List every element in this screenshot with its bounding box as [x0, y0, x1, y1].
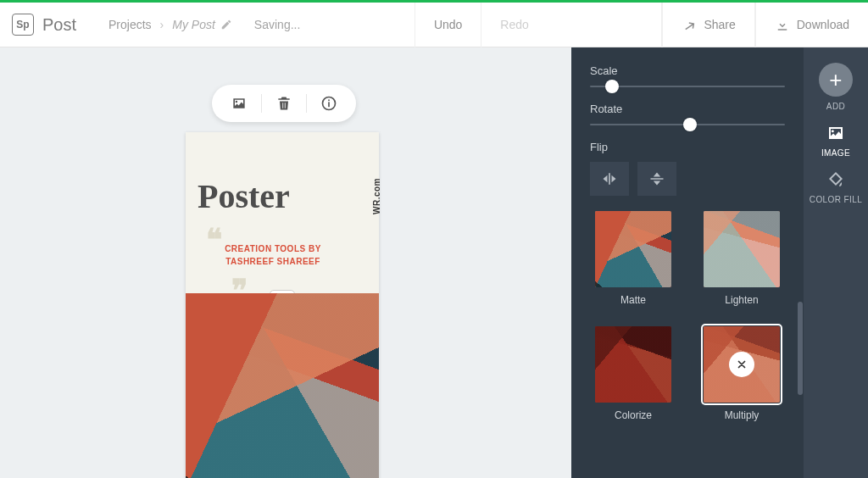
- breadcrumb: Projects › My Post: [88, 18, 232, 31]
- filter-thumb: [595, 211, 671, 287]
- download-label: Download: [797, 18, 849, 31]
- poster-image[interactable]: [186, 293, 379, 478]
- undo-button[interactable]: Undo: [415, 3, 481, 47]
- add-label: ADD: [826, 102, 845, 111]
- trash-icon: [275, 95, 292, 112]
- image-icon: [826, 123, 846, 143]
- poster-side-text[interactable]: WR.com: [372, 178, 381, 214]
- filter-grid: Matte Lighten Colorize Multiply: [590, 211, 785, 421]
- properties-panel: Scale Rotate Flip: [571, 47, 804, 478]
- brand-logo: Sp: [12, 14, 34, 36]
- info-icon: [320, 95, 337, 112]
- poster-title[interactable]: Poster: [198, 176, 290, 216]
- filter-label: Multiply: [698, 409, 785, 421]
- svg-rect-2: [328, 99, 330, 101]
- download-button[interactable]: Download: [755, 3, 868, 47]
- share-button[interactable]: Share: [662, 3, 754, 47]
- filter-thumb: [704, 211, 780, 287]
- filter-thumb: [595, 326, 671, 403]
- rotate-slider[interactable]: [590, 124, 785, 125]
- flip-label: Flip: [590, 141, 785, 153]
- scale-slider[interactable]: [590, 86, 785, 87]
- workarea: Poster WR.com ❝ CREATION TOOLS BY TASHRE…: [0, 47, 868, 478]
- svg-rect-1: [328, 102, 330, 107]
- add-button[interactable]: + ADD: [804, 63, 868, 111]
- rotate-label: Rotate: [590, 103, 785, 115]
- flip-horizontal-button[interactable]: [590, 162, 629, 196]
- filter-multiply[interactable]: Multiply: [698, 326, 785, 421]
- filter-colorize[interactable]: Colorize: [590, 326, 676, 421]
- flip-horizontal-icon: [601, 171, 618, 186]
- brand: Sp Post: [0, 14, 88, 36]
- chevron-right-icon: ›: [160, 18, 164, 31]
- poster-header[interactable]: Poster WR.com ❝ CREATION TOOLS BY TASHRE…: [186, 132, 379, 293]
- rotate-slider-thumb[interactable]: [683, 118, 697, 131]
- image-tab[interactable]: IMAGE: [804, 123, 868, 158]
- delete-button[interactable]: [271, 91, 297, 116]
- replace-image-button[interactable]: [226, 91, 252, 116]
- image-icon: [231, 95, 248, 112]
- download-icon: [775, 17, 790, 32]
- share-label: Share: [704, 18, 735, 31]
- context-toolbar: [212, 85, 356, 122]
- filter-label: Lighten: [698, 294, 785, 306]
- image-tab-label: IMAGE: [821, 148, 850, 158]
- flip-group: Flip: [590, 141, 785, 196]
- share-icon: [682, 17, 697, 32]
- top-toolbar: Sp Post Projects › My Post Saving... Und…: [0, 3, 868, 47]
- poster-subtitle[interactable]: CREATION TOOLS BY TASHREEF SHAREEF: [218, 242, 328, 268]
- breadcrumb-doc[interactable]: My Post: [172, 18, 232, 31]
- paint-bucket-icon: [826, 170, 846, 190]
- save-status: Saving...: [254, 18, 300, 31]
- redo-button[interactable]: Redo: [481, 3, 547, 47]
- filter-matte[interactable]: Matte: [590, 211, 676, 306]
- info-button[interactable]: [316, 91, 342, 116]
- flip-vertical-icon: [648, 171, 665, 186]
- breadcrumb-doc-label: My Post: [172, 18, 215, 31]
- close-icon: [736, 358, 748, 370]
- filter-label: Matte: [590, 294, 676, 306]
- brand-product: Post: [42, 15, 76, 35]
- plus-icon: +: [819, 63, 853, 97]
- right-rail: + ADD IMAGE COLOR FILL: [804, 47, 868, 478]
- panel-scrollbar[interactable]: [797, 47, 804, 478]
- poster-canvas[interactable]: Poster WR.com ❝ CREATION TOOLS BY TASHRE…: [186, 132, 379, 478]
- pencil-icon[interactable]: [220, 19, 232, 31]
- scale-slider-thumb[interactable]: [605, 80, 619, 93]
- scale-label: Scale: [590, 64, 785, 77]
- breadcrumb-projects[interactable]: Projects: [108, 18, 152, 31]
- filter-thumb: [704, 326, 780, 403]
- filter-label: Colorize: [590, 409, 676, 421]
- remove-filter-button[interactable]: [729, 352, 754, 377]
- color-fill-label: COLOR FILL: [810, 195, 862, 204]
- color-fill-tab[interactable]: COLOR FILL: [804, 170, 868, 204]
- divider: [261, 94, 262, 113]
- canvas-zone[interactable]: Poster WR.com ❝ CREATION TOOLS BY TASHRE…: [0, 47, 571, 478]
- panel-scrollbar-thumb[interactable]: [798, 302, 803, 395]
- scale-group: Scale: [590, 64, 785, 87]
- flip-vertical-button[interactable]: [637, 162, 676, 196]
- rotate-group: Rotate: [590, 103, 785, 125]
- divider: [306, 94, 307, 113]
- filter-lighten[interactable]: Lighten: [698, 211, 785, 306]
